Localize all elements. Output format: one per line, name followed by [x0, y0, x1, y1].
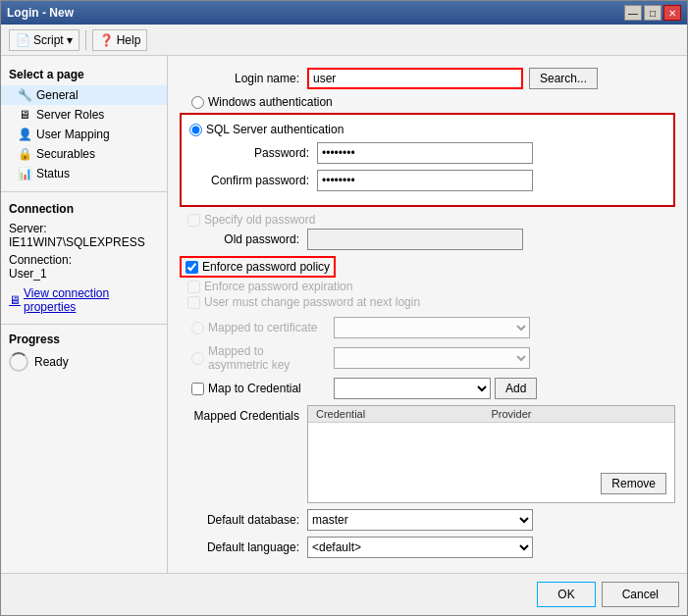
mapped-credentials-row: Mapped Credentials Credential Provider R… — [180, 405, 675, 503]
login-dialog: Login - New — □ ✕ 📄 Script ▾ ❓ Help Sele… — [0, 0, 688, 616]
sidebar-item-label: User Mapping — [36, 128, 110, 141]
connection-section-label: Connection — [1, 200, 167, 218]
mapped-cert-label: Mapped to certificate — [208, 321, 326, 334]
securables-icon: 🔒 — [17, 146, 32, 162]
default-language-select[interactable]: <default> — [307, 537, 533, 558]
maximize-button[interactable]: □ — [644, 5, 662, 21]
minimize-button[interactable]: — — [624, 5, 642, 21]
server-roles-icon: 🖥 — [17, 107, 32, 123]
mapped-credentials-label: Mapped Credentials — [180, 405, 307, 423]
dialog-footer: OK Cancel — [1, 573, 687, 615]
help-label: Help — [117, 33, 141, 47]
enforce-policy-checkbox[interactable] — [185, 261, 198, 274]
old-password-label: Old password: — [180, 232, 307, 246]
sidebar-item-status[interactable]: 📊 Status — [1, 164, 167, 183]
close-button[interactable]: ✕ — [663, 5, 681, 21]
password-input[interactable] — [317, 142, 533, 164]
remove-btn-container: Remove — [308, 465, 674, 502]
enforce-expiration-checkbox[interactable] — [187, 281, 200, 293]
sidebar-item-general[interactable]: 🔧 General — [1, 85, 167, 105]
enforce-expiration-label: Enforce password expiration — [204, 280, 352, 293]
script-dropdown-icon: ▾ — [67, 33, 73, 47]
server-info: Server: IE11WIN7\SQLEXPRESS Connection: … — [1, 218, 167, 284]
provider-col-header: Provider — [492, 408, 667, 420]
windows-auth-radio[interactable] — [191, 96, 204, 109]
cancel-button[interactable]: Cancel — [602, 582, 679, 607]
search-button[interactable]: Search... — [529, 68, 598, 89]
view-link-text: View connection properties — [24, 286, 159, 314]
windows-auth-row: Windows authentication — [180, 95, 675, 109]
must-change-checkbox[interactable] — [187, 296, 200, 309]
credentials-header: Credential Provider — [308, 406, 674, 423]
mapped-key-radio[interactable] — [191, 352, 204, 365]
sidebar-item-label: Server Roles — [36, 108, 104, 122]
specify-old-password-checkbox[interactable] — [187, 214, 200, 227]
default-database-row: Default database: master — [180, 509, 675, 531]
confirm-password-label: Confirm password: — [189, 174, 317, 187]
remove-credential-button[interactable]: Remove — [601, 473, 666, 494]
script-label: Script — [33, 33, 64, 47]
toolbar: 📄 Script ▾ ❓ Help — [1, 25, 687, 56]
ok-button[interactable]: OK — [537, 582, 595, 607]
enforce-policy-container: Enforce password policy — [180, 256, 336, 278]
help-button[interactable]: ❓ Help — [92, 29, 148, 51]
progress-section: Progress Ready — [1, 324, 167, 376]
mapped-key-label: Mapped to asymmetric key — [208, 344, 326, 372]
general-icon: 🔧 — [17, 87, 32, 103]
enforce-expiration-row: Enforce password expiration — [180, 280, 675, 293]
old-password-row: Old password: — [180, 229, 675, 250]
sidebar-item-user-mapping[interactable]: 👤 User Mapping — [1, 125, 167, 144]
mapped-cert-radio[interactable] — [191, 322, 204, 334]
progress-status: Ready — [34, 355, 69, 369]
sidebar-connection-section: Connection Server: IE11WIN7\SQLEXPRESS C… — [1, 191, 167, 316]
sidebar-section-title: Select a page — [1, 64, 167, 85]
toolbar-separator — [85, 30, 86, 50]
confirm-password-row: Confirm password: — [189, 170, 665, 191]
credentials-list: Credential Provider Remove — [307, 405, 675, 503]
progress-label: Progress — [1, 331, 167, 348]
default-language-row: Default language: <default> — [180, 537, 675, 558]
login-name-input[interactable] — [307, 68, 523, 89]
progress-row: Ready — [1, 348, 167, 376]
titlebar: Login - New — □ ✕ — [1, 1, 687, 25]
sql-auth-radio[interactable] — [189, 124, 202, 136]
mapped-key-row: Mapped to asymmetric key — [180, 344, 675, 372]
add-credential-button[interactable]: Add — [495, 378, 537, 399]
login-name-label: Login name: — [180, 72, 307, 85]
old-password-input[interactable] — [307, 229, 523, 250]
map-credential-row: Map to Credential Add — [180, 378, 675, 399]
default-database-select[interactable]: master — [307, 509, 533, 531]
login-name-row: Login name: Search... — [180, 68, 675, 89]
must-change-row: User must change password at next login — [180, 295, 675, 309]
mapped-key-select[interactable] — [334, 347, 530, 369]
connection-label: Connection: — [9, 253, 159, 267]
content-area: Select a page 🔧 General 🖥 Server Roles 👤… — [1, 56, 687, 573]
must-change-label: User must change password at next login — [204, 295, 420, 309]
credential-col-header: Credential — [316, 408, 492, 420]
server-value: IE11WIN7\SQLEXPRESS — [9, 235, 159, 249]
sidebar-item-server-roles[interactable]: 🖥 Server Roles — [1, 105, 167, 125]
sidebar-item-label: Securables — [36, 147, 95, 161]
sidebar-item-label: General — [36, 88, 79, 102]
default-language-label: Default language: — [180, 540, 307, 554]
windows-auth-label: Windows authentication — [208, 95, 333, 109]
sql-auth-section: SQL Server authentication Password: Conf… — [180, 113, 675, 207]
map-credential-label: Map to Credential — [208, 382, 326, 395]
connection-value: User_1 — [9, 267, 159, 281]
password-row: Password: — [189, 142, 665, 164]
mapped-cert-select[interactable] — [334, 317, 530, 338]
sidebar-item-label: Status — [36, 167, 70, 180]
view-connection-link[interactable]: 🖥 View connection properties — [1, 284, 167, 316]
main-form: Login name: Search... Windows authentica… — [168, 56, 687, 573]
user-mapping-icon: 👤 — [17, 127, 32, 142]
map-credential-checkbox[interactable] — [191, 383, 204, 395]
credentials-body — [308, 423, 674, 465]
script-button[interactable]: 📄 Script ▾ — [9, 29, 79, 51]
confirm-password-input[interactable] — [317, 170, 533, 191]
sql-auth-row: SQL Server authentication — [189, 123, 665, 136]
mapped-cert-row: Mapped to certificate — [180, 317, 675, 338]
map-credential-select[interactable] — [334, 378, 491, 399]
sql-auth-label: SQL Server authentication — [206, 123, 344, 136]
status-icon: 📊 — [17, 166, 32, 181]
sidebar-item-securables[interactable]: 🔒 Securables — [1, 144, 167, 164]
